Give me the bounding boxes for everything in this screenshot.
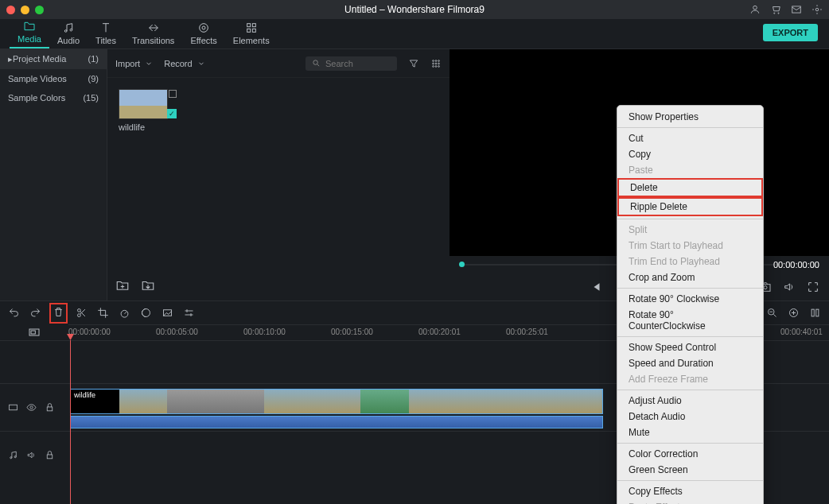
context-menu-item: Trim End to Playhead [617,254,763,269]
maximize-window[interactable] [35,6,44,14]
svg-point-40 [10,457,12,459]
nav-transitions[interactable]: Transitions [124,20,182,48]
redo-icon[interactable] [29,307,41,319]
context-menu-item[interactable]: Cut [617,130,763,146]
context-menu-separator [617,390,763,390]
mute-icon[interactable] [26,450,37,460]
window-title: Untitled – Wondershare Filmora9 [344,4,485,15]
context-menu: Show PropertiesCutCopyPasteDeleteRipple … [617,105,764,504]
media-sidebar: ▸Project Media(1) Sample Videos(9) Sampl… [0,49,107,300]
lock-icon[interactable] [45,402,55,413]
prev-frame-button[interactable] [591,281,602,293]
svg-rect-12 [252,29,255,32]
search-input[interactable] [325,59,389,68]
nav-titles[interactable]: Titles [88,20,124,48]
audio-track-header[interactable] [0,431,68,479]
context-menu-item: Trim Start to Playhead [617,238,763,254]
mail-icon[interactable] [791,4,802,15]
visibility-icon[interactable] [26,402,37,413]
new-folder-icon[interactable] [115,278,130,293]
speed-icon[interactable] [119,307,130,319]
context-menu-item[interactable]: Copy Effects [617,483,763,499]
sidebar-item-project-media[interactable]: ▸Project Media(1) [0,49,107,69]
grid-view-icon[interactable] [430,58,442,69]
svg-point-13 [313,60,318,65]
nav-audio[interactable]: Audio [49,20,88,48]
context-menu-item[interactable]: Crop and Zoom [617,269,763,285]
video-clip[interactable]: wildlife [70,389,603,414]
split-icon[interactable] [76,307,88,319]
context-menu-item[interactable]: Green Screen [617,462,763,478]
lock-icon[interactable] [45,450,55,460]
context-menu-item[interactable]: Rotate 90° CounterClockwise [617,307,763,334]
svg-rect-3 [792,6,801,13]
context-menu-item[interactable]: Delete [617,178,763,197]
context-menu-item: Split [617,222,763,238]
context-menu-item[interactable]: Mute [617,425,763,440]
context-menu-item[interactable]: Copy [617,146,763,162]
media-clip[interactable]: ✓ wildlife [119,89,168,132]
clip-used-check-icon: ✓ [167,109,177,118]
context-menu-separator [617,480,763,481]
color-icon[interactable] [140,307,152,319]
clip-info-icon[interactable] [169,90,177,98]
record-dropdown[interactable]: Record [164,59,204,68]
svg-point-41 [14,456,16,458]
import-folder-icon[interactable] [141,278,155,293]
context-menu-item[interactable]: Rotate 90° Clockwise [617,291,763,307]
window-controls [6,6,44,14]
context-menu-item[interactable]: Adjust Audio [617,393,763,409]
svg-point-21 [435,65,437,67]
context-menu-item[interactable]: Show Speed Control [617,339,763,355]
nav-elements[interactable]: Elements [225,20,278,48]
cart-icon[interactable] [770,4,781,15]
sidebar-item-sample-colors[interactable]: Sample Colors(15) [0,88,107,107]
video-track-header[interactable] [0,383,68,431]
svg-rect-42 [47,455,53,459]
nav-media[interactable]: Media [10,18,49,48]
svg-rect-33 [811,309,814,316]
greenscreen-icon[interactable] [162,307,173,319]
volume-icon[interactable] [783,281,796,293]
svg-point-1 [774,13,775,14]
media-search[interactable] [306,56,397,71]
filter-icon[interactable] [408,58,419,69]
minimize-window[interactable] [21,6,29,14]
video-clip-label: wildlife [74,391,95,399]
delete-icon[interactable] [53,306,64,318]
context-menu-separator [617,336,763,337]
undo-icon[interactable] [8,307,20,319]
attached-audio-clip[interactable] [70,416,603,428]
context-menu-item[interactable]: Ripple Delete [617,197,763,216]
context-menu-item[interactable]: Show Properties [617,109,763,125]
import-dropdown[interactable]: Import [115,59,153,68]
sidebar-item-sample-videos[interactable]: Sample Videos(9) [0,69,107,88]
export-button[interactable]: EXPORT [763,24,818,41]
marker-add-icon[interactable] [788,307,800,319]
svg-point-4 [815,8,819,11]
nav-effects[interactable]: Effects [182,20,224,48]
svg-point-15 [435,60,437,61]
context-menu-item: Paste Effects [617,499,763,504]
scrubber-handle[interactable] [459,262,465,267]
svg-point-8 [200,24,208,33]
svg-rect-10 [252,24,255,27]
account-icon[interactable] [749,4,761,15]
context-menu-item[interactable]: Speed and Duration [617,355,763,371]
context-menu-item[interactable]: Detach Audio [617,409,763,425]
track-manager-icon[interactable] [809,307,821,319]
settings-icon[interactable] [811,4,823,15]
close-window[interactable] [6,6,15,14]
playhead[interactable] [70,340,71,504]
media-panel: Import Record ✓ wildlife [107,49,450,300]
svg-point-38 [30,406,33,409]
svg-point-17 [433,63,434,64]
zoom-out-icon[interactable] [766,307,778,319]
fullscreen-icon[interactable] [807,281,819,293]
svg-rect-9 [247,24,250,27]
svg-point-5 [64,30,67,33]
timeline-overview-icon[interactable] [28,326,41,339]
adjust-icon[interactable] [183,307,195,319]
crop-icon[interactable] [97,307,109,319]
context-menu-item[interactable]: Color Correction [617,446,763,462]
